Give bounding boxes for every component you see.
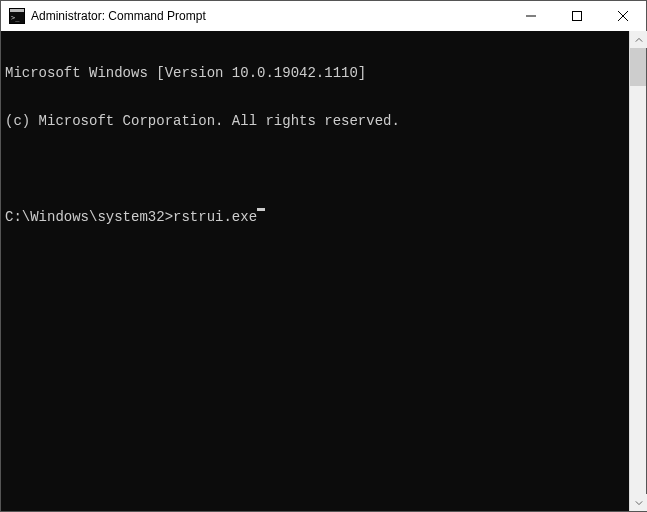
vertical-scrollbar[interactable] bbox=[629, 31, 646, 511]
maximize-button[interactable] bbox=[554, 1, 600, 31]
scroll-up-button[interactable] bbox=[630, 31, 647, 48]
scroll-down-button[interactable] bbox=[630, 494, 647, 511]
window-controls bbox=[508, 1, 646, 31]
terminal-output[interactable]: Microsoft Windows [Version 10.0.19042.11… bbox=[1, 31, 629, 511]
cmd-icon: >_ bbox=[9, 8, 25, 24]
titlebar[interactable]: >_ Administrator: Command Prompt bbox=[1, 1, 646, 31]
scrollbar-thumb[interactable] bbox=[630, 48, 646, 86]
minimize-button[interactable] bbox=[508, 1, 554, 31]
close-button[interactable] bbox=[600, 1, 646, 31]
window-title: Administrator: Command Prompt bbox=[31, 9, 508, 23]
typed-command: rstrui.exe bbox=[173, 209, 257, 225]
prompt-line: C:\Windows\system32>rstrui.exe bbox=[5, 209, 629, 225]
blank-line bbox=[5, 161, 629, 177]
client-area: Microsoft Windows [Version 10.0.19042.11… bbox=[1, 31, 646, 511]
svg-rect-2 bbox=[10, 9, 24, 12]
cmd-window: >_ Administrator: Command Prompt Microso… bbox=[0, 0, 647, 512]
cursor-icon bbox=[257, 208, 265, 211]
prompt-path: C:\Windows\system32> bbox=[5, 209, 173, 225]
scrollbar-track[interactable] bbox=[630, 48, 646, 494]
copyright-line: (c) Microsoft Corporation. All rights re… bbox=[5, 113, 629, 129]
svg-rect-5 bbox=[573, 12, 582, 21]
svg-text:>_: >_ bbox=[11, 14, 20, 22]
version-line: Microsoft Windows [Version 10.0.19042.11… bbox=[5, 65, 629, 81]
